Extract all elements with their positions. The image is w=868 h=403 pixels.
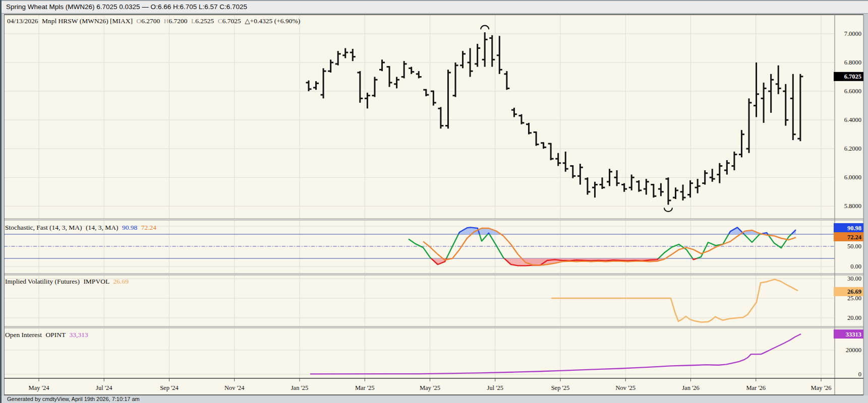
svg-text:6.4000: 6.4000 [844, 116, 861, 123]
svg-text:0: 0 [858, 371, 861, 378]
svg-text:26.69: 26.69 [847, 288, 861, 295]
plot-background [4, 15, 863, 395]
svg-text:6.6000: 6.6000 [844, 88, 861, 95]
svg-text:30.00: 30.00 [847, 275, 861, 282]
stochastic-k-value: 90.98 [122, 224, 137, 231]
svg-text:0.00: 0.00 [850, 263, 861, 270]
legend-open-label: O [136, 17, 141, 25]
opint-value: 33,313 [70, 331, 88, 339]
generated-note: Generated by cmdtyView, April 19th 2026,… [7, 396, 140, 402]
legend-change-value: △+0.4325 (+6.90%) [245, 17, 300, 25]
legend-date: 04/13/2026 [7, 17, 38, 25]
stochastic-d-value: 72.24 [141, 224, 156, 231]
stochastic-study-params: (14, 3, MA) [86, 224, 119, 231]
svg-text:Nov '24: Nov '24 [224, 384, 245, 391]
svg-text:Sep '25: Sep '25 [551, 384, 570, 391]
svg-text:Mar '25: Mar '25 [355, 384, 375, 391]
svg-text:6.0000: 6.0000 [844, 174, 861, 181]
svg-text:Nov '25: Nov '25 [616, 384, 635, 391]
legend-low-value: 6.2525 [195, 17, 214, 25]
legend-high-label: H [164, 17, 169, 25]
svg-text:20.00: 20.00 [847, 314, 861, 321]
svg-text:7.0000: 7.0000 [844, 30, 861, 37]
window-title-bar: Spring Wheat Mpls (MWN26) 6.7025 0.0325 … [0, 0, 868, 14]
svg-text:20000: 20000 [846, 347, 861, 354]
impvol-study-name: Implied Volatility (Futures) [5, 278, 80, 285]
chart-window: 7.00006.80006.60006.40006.20006.00005.80… [0, 0, 868, 403]
svg-text:Jan '25: Jan '25 [291, 384, 309, 391]
svg-text:6.8000: 6.8000 [844, 59, 861, 66]
impvol-study-code: IMPVOL [83, 278, 109, 285]
legend-high-value: 6.7200 [168, 17, 187, 25]
svg-text:May '24: May '24 [29, 384, 50, 391]
main-chart-legend[interactable]: 04/13/2026 Mnpl HRSW (MWN26) [MIAX] O6.2… [7, 17, 302, 25]
status-bar: Generated by cmdtyView, April 19th 2026,… [0, 395, 868, 403]
stochastic-legend[interactable]: Stochastic, Fast (14, 3, MA) (14, 3, MA)… [5, 224, 158, 232]
svg-text:6.2000: 6.2000 [844, 145, 861, 152]
left-gutter [2, 14, 4, 395]
svg-text:Sep '24: Sep '24 [160, 384, 179, 391]
svg-text:May '25: May '25 [420, 384, 440, 391]
svg-text:5.8000: 5.8000 [844, 203, 861, 210]
svg-text:90.98: 90.98 [847, 225, 861, 232]
impvol-legend[interactable]: Implied Volatility (Futures) IMPVOL 26.6… [5, 278, 131, 286]
opint-study-name: Open Interest [5, 331, 42, 339]
legend-symbol: Mnpl HRSW (MWN26) [MIAX] [42, 17, 133, 25]
svg-text:6.7025: 6.7025 [844, 73, 861, 80]
svg-text:Jul '24: Jul '24 [96, 384, 112, 391]
window-left-edge [0, 0, 2, 403]
svg-text:72.24: 72.24 [847, 234, 862, 241]
opint-study-code: OPINT [45, 331, 66, 339]
legend-close-value: 6.7025 [222, 17, 241, 25]
chart-canvas[interactable]: 7.00006.80006.60006.40006.20006.00005.80… [0, 0, 868, 403]
svg-text:Jan '26: Jan '26 [682, 384, 700, 391]
stochastic-study-name: Stochastic, Fast (14, 3, MA) [5, 224, 82, 231]
svg-text:Jul '25: Jul '25 [487, 384, 503, 391]
svg-text:Mar '26: Mar '26 [746, 384, 766, 391]
svg-text:50.00: 50.00 [847, 243, 861, 250]
window-title: Spring Wheat Mpls (MWN26) 6.7025 0.0325 … [6, 3, 247, 11]
opint-legend[interactable]: Open Interest OPINT 33,313 [5, 331, 90, 339]
legend-low-label: L [191, 17, 195, 25]
svg-text:May '26: May '26 [811, 384, 832, 391]
impvol-value: 26.69 [113, 278, 129, 285]
legend-open-value: 6.2700 [141, 17, 160, 25]
svg-text:33313: 33313 [846, 331, 861, 338]
legend-close-label: C [218, 17, 222, 25]
